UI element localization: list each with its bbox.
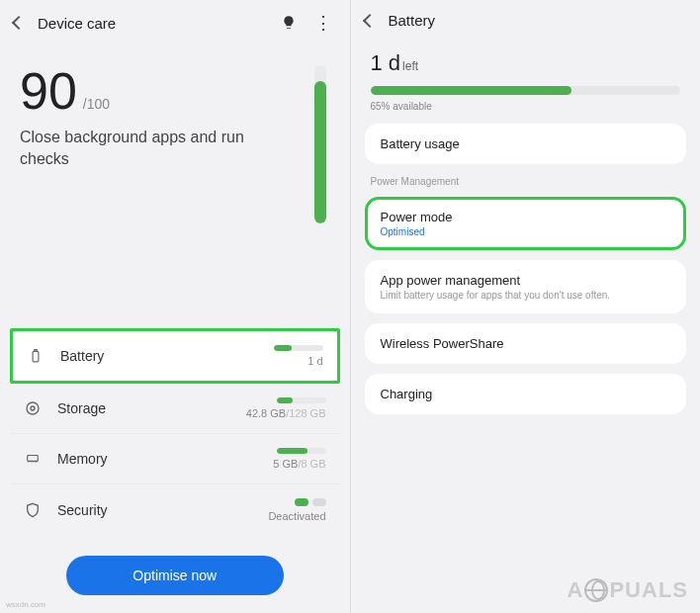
storage-value: 42.8 GB/128 GB	[246, 407, 326, 419]
memory-icon	[24, 450, 42, 468]
score-area: 90 /100 Close background apps and run ch…	[0, 45, 350, 171]
battery-label: Battery	[60, 348, 104, 364]
app-power-management-card[interactable]: App power management Limit battery usage…	[365, 260, 687, 313]
battery-cards: Battery usage Power Management Power mod…	[351, 112, 701, 426]
device-care-list: Battery 1 d Storage 42.8 GB/128 GB Memor…	[0, 320, 350, 548]
storage-icon	[24, 399, 42, 417]
storage-row[interactable]: Storage 42.8 GB/128 GB	[10, 384, 340, 434]
memory-bar	[277, 448, 326, 454]
storage-bar	[277, 397, 326, 403]
score-subtitle: Close background apps and run checks	[20, 127, 277, 171]
security-label: Security	[57, 502, 108, 518]
wireless-powershare-card[interactable]: Wireless PowerShare	[365, 323, 687, 364]
battery-bar	[274, 345, 323, 351]
header: Device care ⋮	[0, 0, 350, 45]
back-icon[interactable]	[12, 16, 26, 30]
memory-row[interactable]: Memory 5 GB/8 GB	[10, 434, 340, 484]
available-text: 65% available	[371, 101, 681, 112]
battery-row[interactable]: Battery 1 d	[10, 328, 340, 384]
memory-value: 5 GB/8 GB	[273, 458, 325, 470]
charging-card[interactable]: Charging	[365, 374, 687, 414]
app-power-label: App power management	[381, 273, 671, 288]
security-row[interactable]: Security Deactivated	[10, 484, 340, 536]
battery-usage-card[interactable]: Battery usage	[365, 124, 687, 164]
power-mode-card[interactable]: Power mode Optimised	[365, 197, 687, 250]
svg-rect-0	[33, 351, 39, 362]
page-title: Device care	[38, 15, 116, 32]
battery-summary: 1 dleft 65% available	[351, 41, 701, 112]
svg-point-2	[27, 402, 39, 414]
app-power-sub: Limit battery usage for apps that you do…	[381, 290, 671, 301]
battery-value: 1 d	[307, 355, 322, 367]
time-left: 1 dleft	[371, 50, 681, 76]
score-vertical-bar-fill	[314, 81, 326, 223]
storage-label: Storage	[57, 400, 106, 416]
memory-label: Memory	[57, 451, 108, 467]
header: Battery	[351, 0, 701, 41]
optimise-now-button[interactable]: Optimise now	[66, 556, 284, 595]
device-care-panel: Device care ⋮ 90 /100 Close background a…	[0, 0, 351, 613]
page-title: Battery	[389, 12, 436, 29]
tips-icon[interactable]	[281, 15, 297, 31]
score-max: /100	[83, 96, 110, 112]
shield-icon	[24, 501, 42, 519]
power-management-section-label: Power Management	[365, 174, 687, 187]
back-icon[interactable]	[362, 13, 376, 27]
score-vertical-bar	[314, 65, 326, 223]
battery-level-bar	[371, 86, 681, 95]
battery-panel: Battery 1 dleft 65% available Battery us…	[351, 0, 701, 613]
power-mode-label: Power mode	[381, 210, 671, 224]
svg-rect-1	[35, 350, 37, 352]
security-value: Deactivated	[268, 510, 325, 522]
security-toggle-icon	[295, 498, 326, 506]
svg-rect-4	[28, 456, 39, 462]
more-icon[interactable]: ⋮	[310, 12, 336, 34]
score-value: 90	[20, 65, 77, 117]
svg-point-3	[31, 406, 35, 410]
power-mode-sub: Optimised	[381, 226, 671, 237]
battery-icon	[27, 347, 44, 365]
